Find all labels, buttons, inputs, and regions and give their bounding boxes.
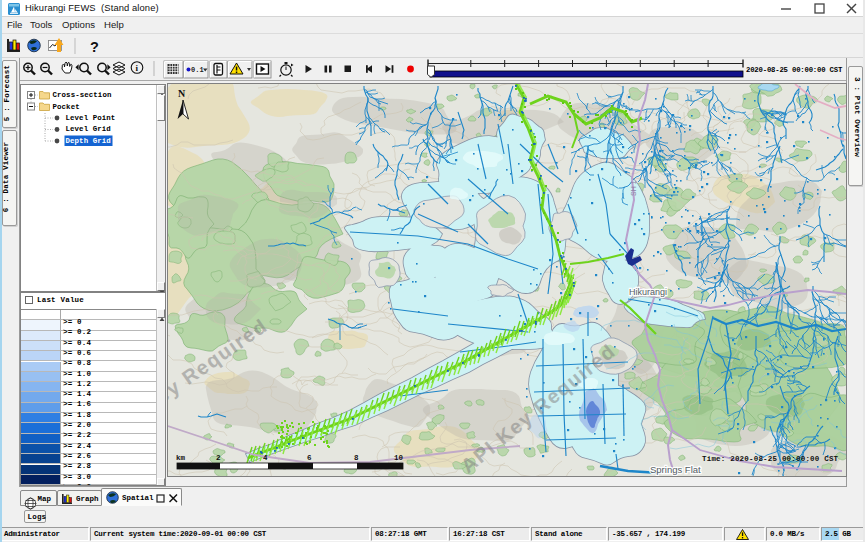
svg-text:0.1: 0.1 (191, 66, 204, 74)
svg-text:Hikurangi: Hikurangi (629, 287, 667, 297)
svg-text:SH 1: SH 1 (630, 180, 637, 196)
svg-text:10: 10 (394, 454, 404, 462)
svg-text:?: ? (90, 39, 99, 55)
svg-text:Springs Flat: Springs Flat (650, 464, 701, 475)
svg-text:N: N (178, 88, 186, 99)
svg-text:km: km (176, 454, 186, 462)
svg-text:4: 4 (263, 454, 268, 462)
svg-text:6: 6 (307, 454, 312, 462)
svg-text:2: 2 (216, 454, 221, 462)
svg-text:8: 8 (354, 454, 359, 462)
svg-text:i: i (135, 63, 138, 73)
svg-text:2020-08-25 00:00:00 CST: 2020-08-25 00:00:00 CST (746, 66, 843, 74)
svg-text:Time: 2020-08-25 00:00:00 CST: Time: 2020-08-25 00:00:00 CST (702, 455, 839, 463)
